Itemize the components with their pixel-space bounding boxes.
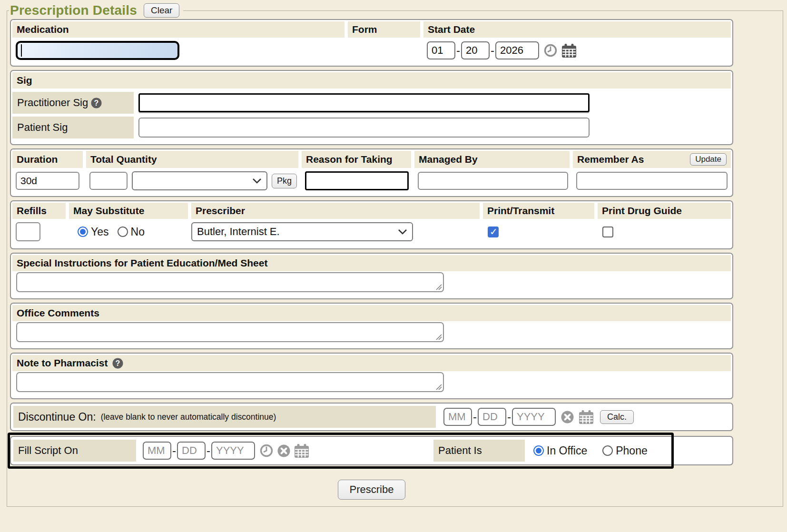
may-substitute-label: May Substitute [69,203,188,219]
fill-year-input[interactable] [211,442,255,460]
chevron-down-icon [252,178,262,184]
practitioner-sig-input[interactable] [138,93,590,112]
discontinue-day-input[interactable] [478,408,506,426]
may-substitute-yes-radio[interactable] [78,227,88,237]
note-to-pharmacist-wrap [16,372,444,394]
patient-sig-input[interactable] [138,118,590,138]
refills-input[interactable] [16,222,40,241]
remember-as-label: Remember As [577,154,644,165]
calendar-icon[interactable] [579,410,593,424]
office-comments-textarea[interactable] [16,322,444,342]
phone-label: Phone [616,444,648,457]
may-substitute-no-radio[interactable] [118,227,128,237]
discontinue-hint: (leave blank to never automatically disc… [101,412,276,422]
chevron-down-icon [398,229,407,235]
clock-icon[interactable] [544,44,557,57]
update-button[interactable]: Update [690,153,727,166]
svg-text:?: ? [116,359,120,367]
in-office-label: In Office [547,444,587,457]
managed-by-label: Managed By [414,151,570,168]
in-office-radio[interactable] [533,445,544,456]
office-comments-section: Office Comments [10,303,733,349]
print-drug-guide-label: Print Drug Guide [598,203,731,219]
duration-input[interactable] [16,172,79,190]
date-separator: - [172,444,176,457]
managed-by-input[interactable] [418,172,568,190]
discontinue-year-input[interactable] [512,408,556,426]
sig-section: Sig Practitioner Sig ? Patient Sig [10,70,733,145]
fill-script-label: Fill Script On [18,444,78,457]
start-year-input[interactable] [495,41,539,59]
fill-script-outer: Fill Script On - - Patient Is [10,436,733,465]
start-month-input[interactable] [427,41,455,59]
medication-input[interactable] [16,41,179,60]
total-quantity-label: Total Quantity [86,151,298,168]
phone-radio[interactable] [602,445,613,456]
patient-sig-label: Patient Sig [17,121,68,134]
text-caret [21,44,22,57]
quantity-input[interactable] [89,172,128,190]
reason-label: Reason for Taking [302,151,411,168]
office-comments-wrap [16,322,444,344]
date-separator: - [473,410,477,424]
note-to-pharmacist-textarea[interactable] [16,372,444,392]
resize-grip-icon[interactable] [435,283,442,290]
help-icon[interactable]: ? [112,358,123,369]
date-separator: - [456,44,460,57]
calendar-icon[interactable] [295,444,309,458]
pkg-button[interactable]: Pkg [272,174,297,188]
no-label: No [131,226,145,238]
fill-script-section: Fill Script On - - Patient Is [10,436,733,465]
special-instructions-section: Special Instructions for Patient Educati… [10,253,733,299]
medication-input-wrap [16,41,179,60]
calendar-icon[interactable] [562,44,576,58]
fieldset-legend: Prescription Details Clear [9,3,183,18]
medication-section: Medication Form Start Date - - [10,19,733,67]
discontinue-month-input[interactable] [443,408,472,426]
page-title: Prescription Details [10,3,137,18]
practitioner-sig-label: Practitioner Sig [17,97,88,109]
resize-grip-icon[interactable] [435,333,442,340]
print-transmit-checkbox[interactable] [488,227,499,237]
discontinue-section: Discontinue On: (leave blank to never au… [10,403,733,431]
date-separator: - [207,444,210,457]
duration-label: Duration [12,151,83,168]
clear-date-icon[interactable] [561,410,574,424]
prescriber-select[interactable]: Butler, Internist E. [191,222,413,241]
prescriber-label: Prescriber [191,203,480,219]
print-transmit-label: Print/Transmit [483,203,594,219]
clock-icon[interactable] [260,444,273,457]
quantity-unit-select[interactable] [132,171,267,190]
start-date-label: Start Date [423,21,731,38]
prescription-details-fieldset: Prescription Details Clear Medication Fo… [7,3,783,507]
resize-grip-icon[interactable] [435,383,442,390]
yes-label: Yes [91,226,109,238]
special-instructions-wrap [16,272,444,294]
prescribe-button[interactable]: Prescribe [338,480,406,500]
special-instructions-textarea[interactable] [16,272,444,292]
clear-date-icon[interactable] [277,444,291,458]
start-day-input[interactable] [461,41,490,59]
patient-is-label: Patient Is [438,444,482,457]
reason-input[interactable] [305,171,409,190]
special-instructions-header: Special Instructions for Patient Educati… [12,255,731,271]
remember-as-input[interactable] [576,172,728,190]
date-separator: - [491,44,494,57]
calc-button[interactable]: Calc. [600,410,634,424]
fill-month-input[interactable] [143,442,171,460]
prescriber-value: Butler, Internist E. [197,226,280,238]
medication-label: Medication [12,21,344,38]
footer: Prescribe [10,480,733,500]
dosage-section: Duration Total Quantity Reason for Takin… [10,148,733,197]
refills-section: Refills May Substitute Prescriber Print/… [10,200,733,249]
office-comments-header: Office Comments [12,305,731,321]
refills-label: Refills [12,203,66,219]
date-separator: - [507,410,511,424]
help-icon[interactable]: ? [91,98,102,108]
sig-header: Sig [12,72,731,89]
discontinue-label: Discontinue On: [18,411,96,424]
clear-button[interactable]: Clear [144,3,179,18]
fill-day-input[interactable] [177,442,206,460]
svg-text:?: ? [94,99,99,107]
print-drug-guide-checkbox[interactable] [602,227,613,237]
